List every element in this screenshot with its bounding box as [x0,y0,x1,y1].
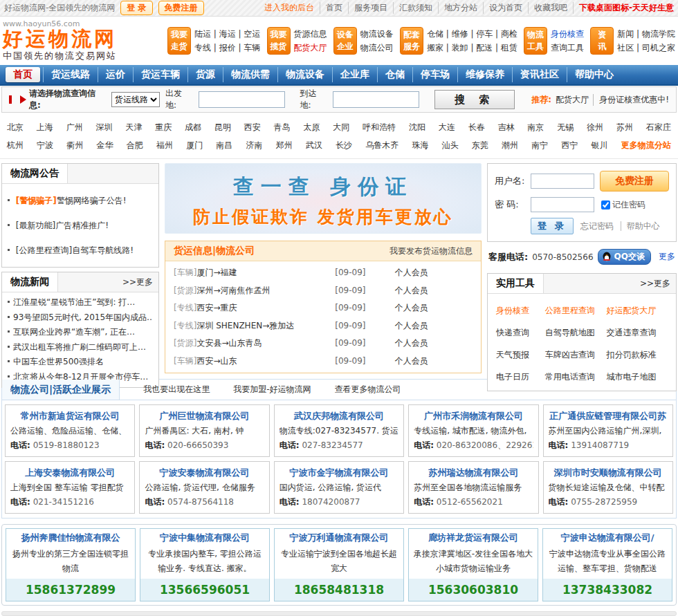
menu-link-query-tools[interactable]: 查询工具 [551,41,584,55]
menu-link-dispatch-hall[interactable]: 配货大厅 [294,41,327,55]
city-link[interactable]: 上海 [37,118,53,136]
menu-link-cargo-info[interactable]: 货源信息 [294,27,327,41]
member-link[interactable]: 个人会员 [395,299,473,317]
tool-link[interactable]: 快递查询 [496,321,545,344]
topbar-link-favorite[interactable]: 收藏我吧 [528,2,567,14]
tool-link[interactable]: 扣分罚款标准 [606,344,668,366]
tip-dispatch-hall-link[interactable]: 配货大厅 [556,94,589,106]
my-backend-link[interactable]: 进入我的后台 [264,2,314,14]
remember-checkbox[interactable] [601,200,610,209]
menu-link-equipment[interactable]: 物流设备 [360,27,394,41]
city-link[interactable]: 北京 [7,118,24,136]
menu-link-companies[interactable]: 物流公司 [360,41,394,55]
nav-item[interactable]: 物流供需 [223,67,277,82]
city-link[interactable]: 潮州 [502,136,518,154]
tool-link[interactable]: 天气预报 [496,344,545,366]
more-substations-link[interactable]: 更多物流分站 [621,136,671,154]
company-name-link[interactable]: 常州市新迪货运有限公司 [10,409,129,424]
city-link[interactable]: 福州 [156,136,173,154]
city-link[interactable]: 长沙 [336,136,352,154]
city-link[interactable]: 杭州 [7,136,24,154]
join-us-link[interactable]: 我要加盟-好运物流网 [233,384,311,395]
freight-route-link[interactable]: 文安县→山东青岛 [196,338,262,348]
appear-here-link[interactable]: 我也要出现在这里 [143,384,210,395]
city-link[interactable]: 徐州 [587,118,603,136]
from-input[interactable] [199,91,285,108]
free-register-button[interactable]: 免费注册 [600,171,669,192]
company-name-link[interactable]: 广州巨世物流有限公司 [145,409,264,424]
company-name-link[interactable]: 宁波市金宇物流有限公司 [280,465,398,480]
id-check-banner[interactable]: 查一查 身份证 防止假证欺诈 发货用车更放心 [165,163,482,234]
search-button[interactable]: 搜 索 [434,90,515,109]
search-type-select[interactable]: 货运线路 [111,92,160,107]
city-link[interactable]: 天津 [125,118,142,136]
featured-company-name-link[interactable]: 宁波万利通物流有限公司 [275,529,403,547]
news-item[interactable]: 武汉出租车将推广刷二维码即可上… [8,340,153,355]
tool-link-highlight[interactable]: 身份核查 [496,299,545,321]
news-item[interactable]: 93号望回5元时代, 2015年国内成品… [8,310,153,326]
menu-links-shipping-1[interactable]: 陆运 | 海运 | 空运 [194,27,260,41]
city-link[interactable]: 沈阳 [409,118,425,136]
city-link[interactable]: 大同 [333,118,349,136]
city-link[interactable]: 昆明 [214,118,231,136]
company-name-link[interactable]: 正广通供应链管理有限公司苏 [549,409,668,424]
more-companies-link[interactable]: 查看更多物流公司 [334,384,401,395]
nav-item[interactable]: 物流设备 [277,67,332,82]
notice-item[interactable]: [最新功能]广告精准推广! [8,213,153,238]
topbar-link-substations[interactable]: 地方分站 [438,2,477,14]
topbar-link-remittance[interactable]: 汇款须知 [393,2,432,14]
nav-item[interactable]: 停车场 [412,67,457,82]
tool-link-highlight[interactable]: 公路里程查询 [545,299,607,321]
city-link[interactable]: 南京 [527,118,544,136]
city-link[interactable]: 大连 [439,118,455,136]
publish-freight-link[interactable]: 我要发布货运物流信息 [390,245,473,257]
desktop-icon-promo-link[interactable]: 下载桌面图标-天天好生意 [573,2,674,14]
featured-company-name-link[interactable]: 廊坊祥龙货运有限公司 [409,529,538,547]
freight-route-link[interactable]: 西安→重庆 [196,303,237,312]
menu-link-id-check[interactable]: 身份核查 [551,27,584,41]
news-item[interactable]: 江淮星锐“星锐节油王”驾到: 打… [8,295,153,310]
featured-company-name-link[interactable]: 扬州奔腾佳怡物流有限公 [6,529,135,547]
city-link[interactable]: 成都 [185,118,201,136]
city-link[interactable]: 衢州 [66,136,83,154]
city-link[interactable]: 重庆 [155,118,172,136]
city-link[interactable]: 苏州 [616,118,633,136]
tool-link-highlight[interactable]: 好运配货大厅 [606,299,668,321]
city-link[interactable]: 汕头 [442,136,459,154]
company-name-link[interactable]: 苏州瑞达物流有限公司 [414,465,533,480]
city-link[interactable]: 厦门 [186,136,203,154]
city-link[interactable]: 郑州 [276,136,293,154]
city-link[interactable]: 长春 [468,118,485,136]
city-link[interactable]: 呼和浩特 [363,118,396,136]
city-link[interactable]: 深圳 [96,118,113,136]
nav-item[interactable]: 帮助中心 [567,67,621,82]
city-link[interactable]: 珠海 [412,136,428,154]
featured-company-name-link[interactable]: 宁波中集物流有限公司 [140,529,269,547]
city-link[interactable]: 武汉 [306,136,322,154]
tip-id-check-link[interactable]: 身份证核查优惠中! [593,94,669,106]
city-link[interactable]: 南昌 [216,136,232,154]
notice-item[interactable]: [警惕骗子]警惕网络骗子公告! [8,188,153,213]
register-button[interactable]: 免费注册 [158,1,204,15]
menu-links-shipping-2[interactable]: 专线 | 报价 | 车辆 [194,41,260,55]
to-input[interactable] [333,91,419,108]
help-center-link[interactable]: 帮助中心 [621,221,660,231]
freight-route-link[interactable]: 西安→山东 [196,356,237,366]
member-link[interactable]: 个人会员 [395,353,473,371]
city-link[interactable]: 无锡 [557,118,574,136]
nav-item[interactable]: 货源 [187,67,223,82]
city-link[interactable]: 西安 [244,118,261,136]
tool-link[interactable]: 交通违章查询 [606,321,668,344]
tool-link[interactable]: 车牌凶吉查询 [545,344,607,366]
city-link[interactable]: 青岛 [274,118,291,136]
service-more-link[interactable]: 更多 [659,251,675,263]
nav-item[interactable]: 首页 [6,67,40,82]
menu-links-news-1[interactable]: 新闻 | 物流学院 [617,27,675,41]
city-link[interactable]: 南宁 [531,136,548,154]
news-item[interactable]: 互联网企业跨界“造车潮”, 正在… [8,325,153,340]
nav-item[interactable]: 企业库 [332,67,377,82]
username-input[interactable] [531,174,594,189]
topbar-link-sethome[interactable]: 设为首页 [483,2,522,14]
nav-item[interactable]: 运价 [98,67,133,82]
notice-item[interactable]: [公路里程查询]自驾车导航线路! [8,238,153,263]
